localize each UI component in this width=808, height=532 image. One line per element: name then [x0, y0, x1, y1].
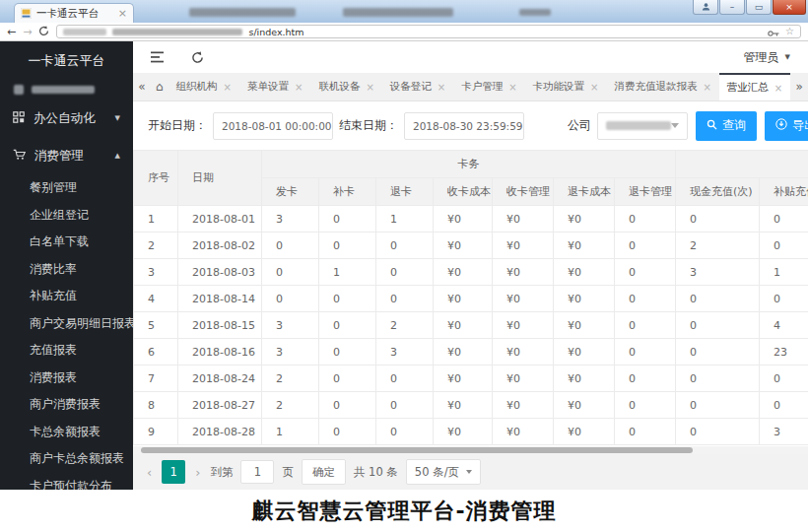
profile-button[interactable]: [693, 0, 718, 15]
back-icon[interactable]: ←: [7, 27, 16, 37]
content-tab-3[interactable]: 设备登记×: [382, 73, 453, 100]
bookmark-star-icon[interactable]: ☆: [785, 27, 794, 36]
table-cell: ¥0: [434, 259, 493, 286]
sidebar-item-redacted[interactable]: [14, 82, 133, 98]
content-tab-2[interactable]: 联机设备×: [310, 73, 381, 100]
browser-tab-active[interactable]: 一卡通云平台 ×: [14, 3, 134, 23]
filter-bar: 开始日期： 2018-08-01 00:00:00 结束日期： 2018-08-…: [133, 101, 808, 150]
sidebar-subitem-3[interactable]: 消费比率: [0, 256, 133, 284]
forward-icon[interactable]: →: [23, 27, 32, 37]
table-cell: ¥0: [493, 206, 554, 233]
col-header-4: 收卡管理: [493, 178, 554, 206]
table-row: 62018-08-16303¥0¥0¥00023: [134, 339, 808, 366]
table-cell: ¥0: [434, 312, 493, 339]
table-cell: ¥0: [493, 259, 554, 286]
scrollbar-thumb[interactable]: [141, 447, 693, 453]
per-page-select[interactable]: 50 条/页: [406, 459, 481, 485]
close-window-button[interactable]: ×: [773, 0, 806, 15]
home-icon[interactable]: ⌂: [151, 73, 168, 100]
table-row: 12018-08-01301¥0¥0¥0000: [134, 206, 808, 233]
browser-chrome: 一卡通云平台 × – ▭ × ← → s/index.htm: [0, 0, 808, 41]
refresh-icon[interactable]: [191, 51, 204, 64]
col-header-index: 序号: [134, 151, 178, 206]
sidebar-item-office-automation[interactable]: 办公自动化 ▼: [0, 100, 133, 137]
sidebar-subitem-9[interactable]: 卡总余额报表: [0, 419, 133, 446]
sidebar-item-consumption[interactable]: 消费管理 ▲: [0, 137, 133, 174]
minimize-button[interactable]: –: [719, 0, 745, 15]
col-header-1: 补卡: [319, 178, 376, 206]
table-cell: ¥0: [434, 366, 493, 392]
reload-icon[interactable]: [38, 26, 49, 38]
content-tab-0[interactable]: 组织机构×: [168, 73, 239, 100]
background-tab-redacted[interactable]: [189, 8, 296, 17]
sidebar-subitem-6[interactable]: 充值报表: [0, 337, 133, 365]
pagination: ‹ 1 › 到第 1 页 确定 共 10 条 50 条/页: [133, 454, 808, 490]
table-cell: 1: [760, 259, 808, 286]
tab-close-icon[interactable]: ×: [438, 82, 445, 93]
content-tab-1[interactable]: 菜单设置×: [239, 73, 310, 100]
tab-close-icon[interactable]: ×: [508, 82, 516, 93]
tab-close-icon[interactable]: ×: [366, 82, 373, 93]
sidebar-subitem-7[interactable]: 消费报表: [0, 365, 133, 392]
table-cell: 0: [376, 259, 434, 286]
url-input[interactable]: s/index.htm ☆: [56, 25, 801, 38]
table-cell: 3: [262, 339, 319, 366]
table-cell: 0: [615, 259, 676, 286]
company-select[interactable]: [597, 112, 688, 140]
content-tab-6[interactable]: 消费充值退款报表×: [606, 73, 718, 100]
table-cell: 1: [319, 259, 376, 286]
start-date-input[interactable]: 2018-08-01 00:00:00: [213, 112, 333, 140]
maximize-button[interactable]: ▭: [746, 0, 772, 15]
content-tabs: « ⌂ 组织机构×菜单设置×联机设备×设备登记×卡户管理×卡功能设置×消费充值退…: [133, 73, 808, 101]
current-page-button[interactable]: 1: [162, 460, 185, 484]
content-tab-7[interactable]: 营业汇总×: [719, 73, 790, 100]
tab-close-icon[interactable]: ×: [590, 82, 598, 93]
table-cell: 0: [319, 233, 376, 259]
sidebar-subitem-1[interactable]: 企业组登记: [0, 202, 133, 230]
table-cell: ¥0: [554, 206, 615, 233]
sidebar-subitem-0[interactable]: 餐别管理: [0, 174, 133, 202]
tab-close-icon[interactable]: ×: [774, 83, 782, 94]
horizontal-scrollbar[interactable]: [133, 446, 808, 454]
table-cell: 0: [760, 392, 808, 419]
tabs-forward-icon[interactable]: »: [790, 73, 808, 100]
next-page-icon[interactable]: ›: [193, 465, 202, 480]
table-cell: 0: [676, 419, 760, 445]
end-date-input[interactable]: 2018-08-30 23:59:59: [404, 112, 524, 140]
table-cell: 0: [760, 206, 808, 233]
redacted-label: [32, 86, 95, 94]
table-cell: 2018-08-15: [178, 312, 262, 339]
tab-close-icon[interactable]: ×: [224, 82, 232, 93]
table-cell: ¥0: [554, 259, 615, 286]
sidebar-subitem-5[interactable]: 商户交易明细日报表: [0, 310, 133, 338]
sidebar-subitem-2[interactable]: 白名单下载: [0, 229, 133, 256]
sidebar-subitem-4[interactable]: 补贴充值: [0, 283, 133, 310]
sidebar-subitem-11[interactable]: 卡户预付款分布: [0, 473, 133, 491]
confirm-button[interactable]: 确定: [302, 459, 346, 485]
sidebar-subitem-8[interactable]: 商户消费报表: [0, 391, 133, 419]
content-tab-4[interactable]: 卡户管理×: [453, 73, 524, 100]
content-tab-5[interactable]: 卡功能设置×: [525, 73, 607, 100]
tabs-back-icon[interactable]: «: [133, 73, 151, 100]
table-row: 22018-08-02000¥0¥0¥0020: [134, 233, 808, 259]
prev-page-icon[interactable]: ‹: [145, 465, 154, 480]
tab-close-icon[interactable]: ×: [118, 8, 127, 19]
table-cell: 0: [319, 392, 376, 419]
table-cell: 0: [760, 286, 808, 312]
table-cell: ¥0: [554, 339, 615, 366]
end-date-label: 结束日期：: [339, 117, 398, 134]
sidebar-subitem-10[interactable]: 商户卡总余额报表: [0, 445, 133, 473]
export-button[interactable]: 导出: [765, 111, 808, 141]
search-button[interactable]: 查询: [696, 111, 757, 141]
tab-close-icon[interactable]: ×: [703, 82, 710, 93]
background-tab-redacted[interactable]: [519, 9, 551, 16]
goto-page-input[interactable]: 1: [240, 460, 274, 484]
background-tab-redacted[interactable]: [343, 8, 453, 17]
tab-close-icon[interactable]: ×: [295, 82, 303, 93]
collapse-menu-icon[interactable]: [151, 51, 166, 63]
table-cell: 0: [262, 233, 319, 259]
table-cell: 3: [676, 259, 760, 286]
browser-tab-title: 一卡通云平台: [36, 7, 113, 21]
admin-dropdown[interactable]: 管理员 ▼: [744, 49, 790, 66]
key-icon[interactable]: [768, 23, 779, 41]
